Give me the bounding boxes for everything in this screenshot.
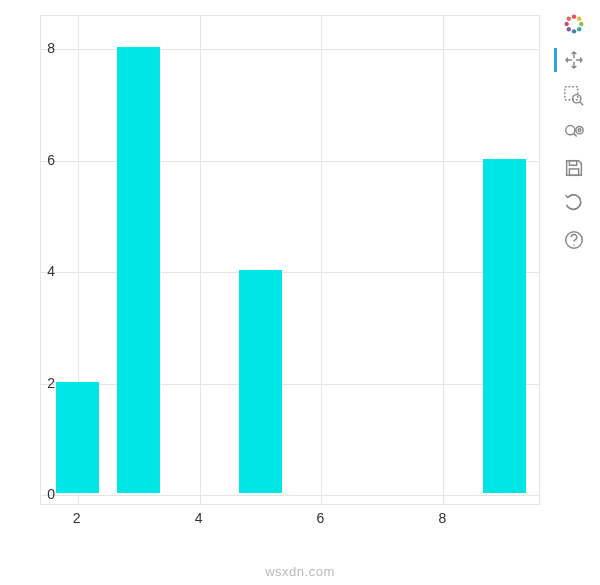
svg-point-8	[567, 17, 571, 21]
wheel-zoom-tool-icon[interactable]	[560, 118, 588, 146]
pan-tool-icon[interactable]	[560, 46, 588, 74]
y-tick-label: 8	[47, 40, 55, 56]
svg-point-10	[573, 95, 581, 103]
grid-line	[443, 16, 444, 504]
bar[interactable]	[239, 270, 282, 493]
x-tick-label: 2	[73, 510, 81, 526]
svg-rect-9	[565, 87, 578, 100]
svg-rect-17	[569, 169, 578, 175]
grid-line	[200, 16, 201, 504]
grid-line	[41, 384, 539, 385]
bokeh-logo-icon[interactable]	[560, 10, 588, 38]
grid-line	[41, 495, 539, 496]
save-tool-icon[interactable]	[560, 154, 588, 182]
grid-line	[41, 272, 539, 273]
svg-point-7	[564, 22, 568, 26]
svg-point-15	[578, 129, 581, 132]
x-tick-label: 4	[195, 510, 203, 526]
svg-point-3	[579, 22, 583, 26]
svg-rect-16	[569, 161, 576, 166]
svg-line-13	[574, 133, 577, 136]
bar[interactable]	[56, 382, 99, 493]
reset-tool-icon[interactable]	[560, 190, 588, 218]
bar[interactable]	[483, 159, 526, 493]
svg-point-6	[567, 27, 571, 31]
svg-point-0	[571, 21, 577, 27]
svg-point-1	[572, 14, 576, 18]
svg-point-14	[576, 127, 583, 134]
svg-point-2	[577, 17, 581, 21]
bokeh-toolbar	[558, 10, 590, 254]
help-tool-icon[interactable]	[560, 226, 588, 254]
x-tick-label: 6	[317, 510, 325, 526]
grid-line	[41, 49, 539, 50]
bar[interactable]	[117, 47, 160, 492]
x-tick-label: 8	[439, 510, 447, 526]
grid-line	[321, 16, 322, 504]
svg-point-4	[577, 27, 581, 31]
y-tick-label: 0	[47, 486, 55, 502]
box-zoom-tool-icon[interactable]	[560, 82, 588, 110]
y-tick-label: 4	[47, 263, 55, 279]
svg-line-11	[580, 102, 583, 105]
chart-container: 02468 2468	[0, 0, 560, 540]
svg-point-5	[572, 29, 576, 33]
grid-line	[41, 161, 539, 162]
y-tick-label: 2	[47, 375, 55, 391]
watermark-text: wsxdn.com	[265, 564, 335, 579]
y-tick-label: 6	[47, 152, 55, 168]
svg-point-19	[573, 244, 574, 245]
plot-area[interactable]	[40, 15, 540, 505]
